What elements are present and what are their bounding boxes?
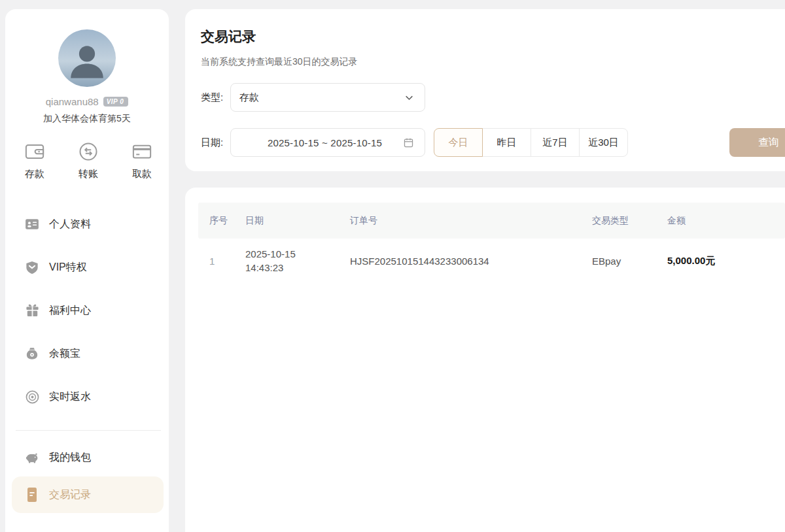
wallet-icon [25,142,44,161]
sidebar-wallet-menu: 我的钱包 交易记录 [5,448,169,513]
username: qianwanu88 [46,96,99,107]
join-days-text: 加入华体会体育第5天 [5,113,169,125]
sidebar-item-my-wallet-label: 我的钱包 [49,451,91,465]
money-bag-icon [25,347,39,360]
date-filter-row: 日期: 2025-10-15 ~ 2025-10-15 今日 昨日 近7日 近3… [201,128,628,157]
vip-badge: VIP 0 [103,97,129,107]
quick-actions: 存款 转账 取款 [5,142,169,180]
table-row: 1 2025-10-15 14:43:23 HJSF20251015144323… [198,239,785,283]
col-header-order-no: 订单号 [350,215,592,227]
sidebar-item-yuebao-label: 余额宝 [49,347,80,361]
sidebar-item-profile-label: 个人资料 [49,218,91,231]
sidebar-item-rebate[interactable]: 实时返水 [5,387,169,407]
sidebar-item-benefits[interactable]: 福利中心 [5,301,169,320]
person-silhouette-icon [65,39,109,82]
sidebar-item-rebate-label: 实时返水 [49,390,91,404]
sidebar: qianwanu88 VIP 0 加入华体会体育第5天 存款 [5,9,169,532]
cell-date-day: 2025-10-15 [245,248,350,259]
page-title: 交易记录 [201,27,785,46]
sidebar-divider [16,430,161,431]
range-7days-button[interactable]: 近7日 [531,128,580,157]
sidebar-item-vip-label: VIP特权 [49,261,87,274]
quick-range-group: 今日 昨日 近7日 近30日 [434,128,628,157]
cell-date: 2025-10-15 14:43:23 [245,248,350,273]
cell-date-time: 14:43:23 [245,262,350,273]
gift-icon [25,304,39,317]
cell-order-no: HJSF202510151443233006134 [350,256,592,267]
avatar[interactable] [58,29,116,87]
type-label: 类型: [201,91,230,104]
cell-index: 1 [209,256,245,267]
search-button[interactable]: 查询 [729,128,785,157]
piggy-bank-icon [25,451,39,464]
type-filter-row: 类型: 存款 [201,83,425,112]
deposit-button[interactable]: 存款 [25,142,44,180]
sidebar-item-transaction-records-label: 交易记录 [49,488,91,502]
range-30days-button[interactable]: 近30日 [579,128,628,157]
sidebar-item-benefits-label: 福利中心 [49,304,91,318]
withdraw-button[interactable]: 取款 [132,142,152,180]
date-range-input[interactable]: 2025-10-15 ~ 2025-10-15 [230,128,425,157]
sidebar-item-my-wallet[interactable]: 我的钱包 [5,448,169,467]
col-header-index: 序号 [209,215,245,227]
cell-type: EBpay [592,256,667,267]
chevron-down-icon [404,93,414,103]
filter-card: 交易记录 当前系统支持查询最近30日的交易记录 类型: 存款 日期: 2025-… [185,9,785,171]
deposit-label: 存款 [25,168,44,180]
transfer-icon [78,142,98,161]
col-header-type: 交易类型 [592,215,667,227]
date-label: 日期: [201,137,230,149]
range-today-button[interactable]: 今日 [434,128,483,157]
range-yesterday-button[interactable]: 昨日 [482,128,531,157]
withdraw-label: 取款 [132,168,152,180]
records-table-card: 序号 日期 订单号 交易类型 金额 1 2025-10-15 14:43:23 … [185,188,785,532]
bank-card-icon [132,142,152,161]
type-select[interactable]: 存款 [230,83,425,112]
id-card-icon [25,218,39,230]
date-range-value: 2025-10-15 ~ 2025-10-15 [247,137,403,148]
col-header-date: 日期 [245,215,350,227]
type-select-value: 存款 [239,91,404,104]
transfer-label: 转账 [78,168,98,180]
table-header: 序号 日期 订单号 交易类型 金额 [198,203,785,239]
transfer-button[interactable]: 转账 [78,142,98,180]
sidebar-item-profile[interactable]: 个人资料 [5,214,169,234]
record-file-icon [25,488,39,502]
cell-amount: 5,000.00元 [667,255,785,267]
coin-icon [25,390,39,404]
calendar-icon [403,137,414,148]
col-header-amount: 金额 [667,215,785,227]
page-subtitle: 当前系统支持查询最近30日的交易记录 [201,56,785,68]
sidebar-item-yuebao[interactable]: 余额宝 [5,344,169,363]
sidebar-item-transaction-records[interactable]: 交易记录 [12,476,164,513]
vip-shield-icon [25,261,39,274]
sidebar-menu: 个人资料 VIP特权 福利中心 [5,214,169,407]
sidebar-item-vip[interactable]: VIP特权 [5,258,169,277]
